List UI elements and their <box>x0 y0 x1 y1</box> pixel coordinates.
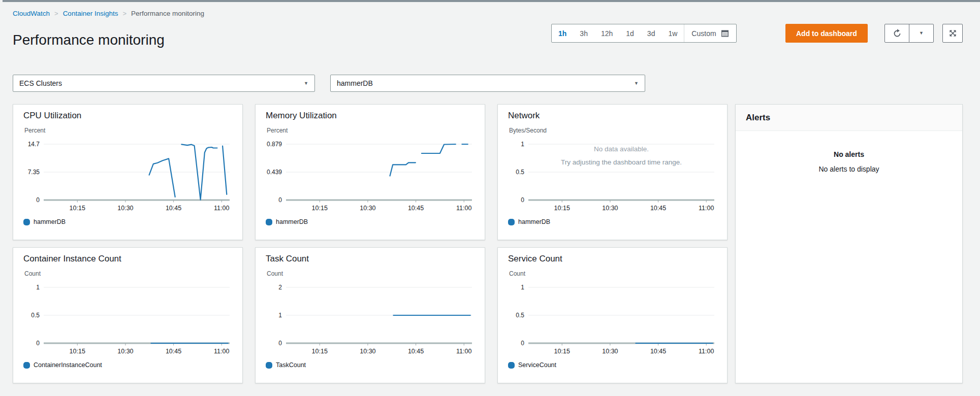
svg-text:0.439: 0.439 <box>267 169 282 176</box>
svg-text:10:30: 10:30 <box>360 205 375 212</box>
caret-down-icon: ▼ <box>304 81 308 86</box>
breadcrumb-link-cloudwatch[interactable]: CloudWatch <box>13 10 50 17</box>
svg-text:11:00: 11:00 <box>699 205 714 212</box>
svg-text:10:15: 10:15 <box>554 348 570 355</box>
legend-swatch <box>266 362 272 369</box>
svg-text:11:00: 11:00 <box>456 205 471 212</box>
svg-text:10:45: 10:45 <box>408 205 424 212</box>
no-data-line2: Try adjusting the dashboard time range. <box>561 158 682 166</box>
svg-text:0: 0 <box>521 340 524 347</box>
breadcrumb-current: Performance monitoring <box>131 10 204 17</box>
time-range-selector: 1h3h12h1d3d1w Custom <box>551 24 737 43</box>
svg-text:10:45: 10:45 <box>650 348 666 355</box>
chart-legend[interactable]: hammerDB <box>23 218 66 225</box>
chart-legend[interactable]: hammerDB <box>508 218 550 225</box>
y-axis-unit-label: Count <box>267 270 283 277</box>
chart-legend[interactable]: ServiceCount <box>508 361 556 369</box>
line-chart: 10.5010:1510:3010:4511:00 <box>19 281 235 358</box>
line-chart: 0.8790.439010:1510:3010:4511:00 <box>262 138 477 215</box>
time-range-option-1w[interactable]: 1w <box>661 24 684 42</box>
time-range-option-3d[interactable]: 3d <box>641 24 662 42</box>
chart-title: Memory Utilization <box>266 111 337 121</box>
svg-text:0: 0 <box>36 340 40 347</box>
chart-title: Service Count <box>508 254 562 264</box>
chart-card: Network Bytes/Second 10.5010:1510:3010:4… <box>497 104 728 240</box>
y-axis-unit-label: Percent <box>24 127 45 134</box>
legend-label: hammerDB <box>518 218 550 225</box>
time-range-option-1h[interactable]: 1h <box>552 24 573 42</box>
add-to-dashboard-button[interactable]: Add to dashboard <box>785 24 868 43</box>
chart-legend[interactable]: TaskCount <box>266 361 306 369</box>
cluster-select[interactable]: hammerDB ▼ <box>330 75 645 92</box>
y-axis-unit-label: Count <box>24 270 41 277</box>
legend-swatch <box>23 362 30 369</box>
svg-text:10:15: 10:15 <box>554 205 570 212</box>
alerts-panel: Alerts No alerts No alerts to display <box>735 104 963 383</box>
refresh-icon <box>892 28 902 39</box>
line-chart: 10.5010:1510:3010:4511:00No data availab… <box>504 138 719 215</box>
breadcrumb-separator: > <box>118 10 131 17</box>
expand-arrows-icon <box>949 29 957 38</box>
breadcrumb: CloudWatch > Container Insights > Perfor… <box>13 10 204 17</box>
y-axis-unit-label: Bytes/Second <box>509 127 547 134</box>
chart-card: Memory Utilization Percent 0.8790.439010… <box>255 104 485 240</box>
line-chart: 14.77.35010:1510:3010:4511:00 <box>19 138 235 215</box>
refresh-button[interactable] <box>884 24 909 43</box>
svg-text:1: 1 <box>521 141 524 148</box>
legend-label: ContainerInstanceCount <box>34 361 102 369</box>
svg-text:0: 0 <box>278 340 282 347</box>
fullscreen-button[interactable] <box>942 24 963 43</box>
breadcrumb-link-container-insights[interactable]: Container Insights <box>63 10 118 17</box>
svg-text:10:30: 10:30 <box>602 205 618 212</box>
svg-text:11:00: 11:00 <box>214 205 229 212</box>
svg-text:0: 0 <box>278 196 282 204</box>
refresh-options-button[interactable]: ▼ <box>909 24 934 43</box>
svg-text:0.5: 0.5 <box>516 169 524 176</box>
chart-legend[interactable]: ContainerInstanceCount <box>23 361 102 369</box>
caret-down-icon: ▼ <box>634 81 639 86</box>
legend-swatch <box>266 219 272 225</box>
svg-text:11:00: 11:00 <box>699 348 714 355</box>
window-top-edge <box>3 0 980 2</box>
custom-range-label: Custom <box>691 29 716 38</box>
chart-card: CPU Utilization Percent 14.77.35010:1510… <box>13 104 243 240</box>
chart-title: Container Instance Count <box>23 254 121 264</box>
svg-text:10:45: 10:45 <box>166 348 181 355</box>
chart-title: Network <box>508 111 540 121</box>
svg-text:10:45: 10:45 <box>166 205 181 212</box>
svg-text:10:45: 10:45 <box>408 348 424 355</box>
no-alerts-title: No alerts <box>736 150 962 158</box>
scope-select[interactable]: ECS Clusters ▼ <box>13 75 315 92</box>
legend-label: hammerDB <box>34 218 66 225</box>
legend-label: TaskCount <box>276 361 306 369</box>
svg-text:1: 1 <box>521 284 524 291</box>
svg-text:10:15: 10:15 <box>70 205 85 212</box>
svg-text:10:30: 10:30 <box>117 348 133 355</box>
chart-legend[interactable]: hammerDB <box>266 218 308 225</box>
svg-text:0.879: 0.879 <box>267 141 282 148</box>
legend-label: hammerDB <box>276 218 308 225</box>
no-alerts-message: No alerts to display <box>736 165 962 173</box>
svg-text:0.5: 0.5 <box>31 312 40 319</box>
svg-text:0: 0 <box>521 196 524 204</box>
y-axis-unit-label: Percent <box>267 127 288 134</box>
time-range-option-12h[interactable]: 12h <box>594 24 619 42</box>
svg-text:10:15: 10:15 <box>312 348 328 355</box>
svg-text:11:00: 11:00 <box>214 348 229 355</box>
no-data-line1: No data available. <box>594 145 649 153</box>
charts-grid: CPU Utilization Percent 14.77.35010:1510… <box>13 104 728 383</box>
chart-title: CPU Utilization <box>23 111 81 121</box>
alerts-body: No alerts No alerts to display <box>736 131 962 173</box>
time-range-option-3h[interactable]: 3h <box>573 24 594 42</box>
svg-text:11:00: 11:00 <box>456 348 471 355</box>
refresh-button-group: ▼ <box>884 24 934 43</box>
time-range-option-1d[interactable]: 1d <box>619 24 641 42</box>
svg-text:2: 2 <box>278 284 282 291</box>
svg-text:10:30: 10:30 <box>360 348 375 355</box>
time-range-option-custom[interactable]: Custom <box>684 24 736 42</box>
breadcrumb-separator: > <box>50 10 63 17</box>
line-chart: 21010:1510:3010:4511:00 <box>262 281 477 358</box>
chart-card: Service Count Count 10.5010:1510:3010:45… <box>497 247 728 383</box>
svg-text:7.35: 7.35 <box>28 169 40 176</box>
cluster-select-value: hammerDB <box>337 79 373 87</box>
